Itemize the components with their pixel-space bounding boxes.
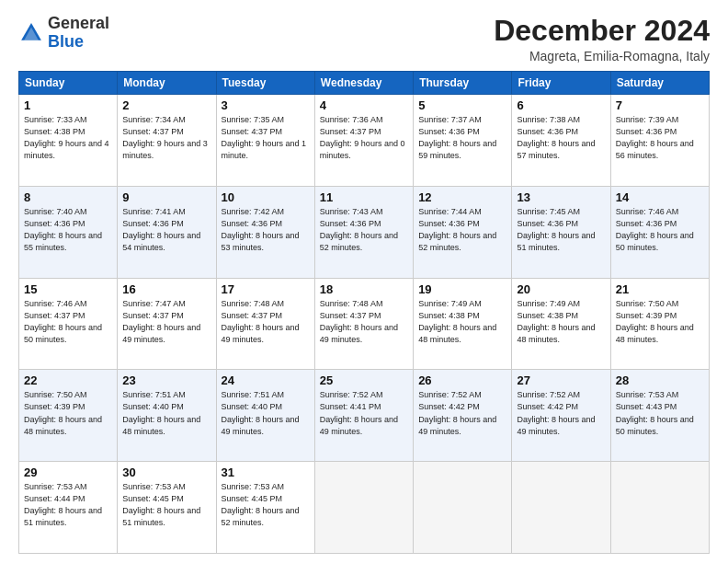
header-sunday: Sunday <box>19 72 118 95</box>
calendar-cell <box>610 462 709 554</box>
day-number: 7 <box>616 98 704 112</box>
header-thursday: Thursday <box>414 72 512 95</box>
logo-text: General Blue <box>48 15 109 52</box>
calendar-week-row: 1Sunrise: 7:33 AMSunset: 4:38 PMDaylight… <box>19 95 710 187</box>
day-number: 8 <box>24 190 112 204</box>
day-detail: Sunrise: 7:52 AMSunset: 4:42 PMDaylight:… <box>418 389 506 437</box>
day-detail: Sunrise: 7:38 AMSunset: 4:36 PMDaylight:… <box>517 114 605 162</box>
day-number: 21 <box>616 282 704 296</box>
header-saturday: Saturday <box>610 72 709 95</box>
logo-blue: Blue <box>48 32 84 51</box>
day-number: 28 <box>616 373 704 387</box>
day-detail: Sunrise: 7:48 AMSunset: 4:37 PMDaylight:… <box>320 298 408 346</box>
calendar-cell: 28Sunrise: 7:53 AMSunset: 4:43 PMDayligh… <box>610 370 709 462</box>
day-detail: Sunrise: 7:53 AMSunset: 4:43 PMDaylight:… <box>616 389 704 437</box>
calendar-cell <box>314 462 413 554</box>
day-number: 30 <box>122 465 210 479</box>
calendar-cell: 4Sunrise: 7:36 AMSunset: 4:37 PMDaylight… <box>314 95 413 187</box>
calendar-cell: 31Sunrise: 7:53 AMSunset: 4:45 PMDayligh… <box>216 462 314 554</box>
day-detail: Sunrise: 7:53 AMSunset: 4:45 PMDaylight:… <box>222 481 310 529</box>
calendar-cell: 6Sunrise: 7:38 AMSunset: 4:36 PMDaylight… <box>512 95 610 187</box>
day-detail: Sunrise: 7:53 AMSunset: 4:44 PMDaylight:… <box>24 481 112 529</box>
calendar-cell <box>414 462 512 554</box>
day-detail: Sunrise: 7:44 AMSunset: 4:36 PMDaylight:… <box>418 206 506 254</box>
day-number: 18 <box>320 282 408 296</box>
day-detail: Sunrise: 7:51 AMSunset: 4:40 PMDaylight:… <box>122 389 210 437</box>
calendar-week-row: 15Sunrise: 7:46 AMSunset: 4:37 PMDayligh… <box>19 278 710 370</box>
day-number: 11 <box>320 190 408 204</box>
calendar-cell: 24Sunrise: 7:51 AMSunset: 4:40 PMDayligh… <box>216 370 314 462</box>
day-number: 26 <box>418 373 506 387</box>
day-number: 3 <box>222 98 310 112</box>
day-detail: Sunrise: 7:47 AMSunset: 4:37 PMDaylight:… <box>122 298 210 346</box>
calendar-cell: 2Sunrise: 7:34 AMSunset: 4:37 PMDaylight… <box>118 95 216 187</box>
calendar-cell: 13Sunrise: 7:45 AMSunset: 4:36 PMDayligh… <box>512 186 610 278</box>
day-detail: Sunrise: 7:45 AMSunset: 4:36 PMDaylight:… <box>517 206 605 254</box>
calendar-week-row: 29Sunrise: 7:53 AMSunset: 4:44 PMDayligh… <box>19 462 710 554</box>
page: General Blue December 2024 Magreta, Emil… <box>0 0 728 563</box>
day-number: 9 <box>122 190 210 204</box>
day-number: 25 <box>320 373 408 387</box>
day-detail: Sunrise: 7:50 AMSunset: 4:39 PMDaylight:… <box>24 389 112 437</box>
day-number: 22 <box>24 373 112 387</box>
day-number: 23 <box>122 373 210 387</box>
day-number: 27 <box>517 373 605 387</box>
day-detail: Sunrise: 7:39 AMSunset: 4:36 PMDaylight:… <box>616 114 704 162</box>
calendar-cell <box>512 462 610 554</box>
day-detail: Sunrise: 7:35 AMSunset: 4:37 PMDaylight:… <box>222 114 310 162</box>
day-detail: Sunrise: 7:52 AMSunset: 4:42 PMDaylight:… <box>517 389 605 437</box>
calendar-cell: 11Sunrise: 7:43 AMSunset: 4:36 PMDayligh… <box>314 186 413 278</box>
calendar-cell: 30Sunrise: 7:53 AMSunset: 4:45 PMDayligh… <box>118 462 216 554</box>
day-number: 13 <box>517 190 605 204</box>
calendar-cell: 19Sunrise: 7:49 AMSunset: 4:38 PMDayligh… <box>414 278 512 370</box>
day-detail: Sunrise: 7:52 AMSunset: 4:41 PMDaylight:… <box>320 389 408 437</box>
calendar-cell: 26Sunrise: 7:52 AMSunset: 4:42 PMDayligh… <box>414 370 512 462</box>
day-number: 6 <box>517 98 605 112</box>
calendar-title: December 2024 <box>494 15 710 47</box>
day-number: 2 <box>122 98 210 112</box>
day-detail: Sunrise: 7:40 AMSunset: 4:36 PMDaylight:… <box>24 206 112 254</box>
day-detail: Sunrise: 7:46 AMSunset: 4:37 PMDaylight:… <box>24 298 112 346</box>
day-number: 20 <box>517 282 605 296</box>
day-detail: Sunrise: 7:50 AMSunset: 4:39 PMDaylight:… <box>616 298 704 346</box>
day-detail: Sunrise: 7:34 AMSunset: 4:37 PMDaylight:… <box>122 114 210 162</box>
calendar-subtitle: Magreta, Emilia-Romagna, Italy <box>494 49 710 63</box>
calendar-cell: 15Sunrise: 7:46 AMSunset: 4:37 PMDayligh… <box>19 278 118 370</box>
calendar-cell: 22Sunrise: 7:50 AMSunset: 4:39 PMDayligh… <box>19 370 118 462</box>
calendar-cell: 9Sunrise: 7:41 AMSunset: 4:36 PMDaylight… <box>118 186 216 278</box>
day-detail: Sunrise: 7:46 AMSunset: 4:36 PMDaylight:… <box>616 206 704 254</box>
title-block: December 2024 Magreta, Emilia-Romagna, I… <box>494 15 710 63</box>
calendar-week-row: 8Sunrise: 7:40 AMSunset: 4:36 PMDaylight… <box>19 186 710 278</box>
day-detail: Sunrise: 7:37 AMSunset: 4:36 PMDaylight:… <box>418 114 506 162</box>
day-number: 14 <box>616 190 704 204</box>
calendar-cell: 14Sunrise: 7:46 AMSunset: 4:36 PMDayligh… <box>610 186 709 278</box>
header-friday: Friday <box>512 72 610 95</box>
calendar-cell: 16Sunrise: 7:47 AMSunset: 4:37 PMDayligh… <box>118 278 216 370</box>
header-tuesday: Tuesday <box>216 72 314 95</box>
calendar-cell: 29Sunrise: 7:53 AMSunset: 4:44 PMDayligh… <box>19 462 118 554</box>
calendar-cell: 23Sunrise: 7:51 AMSunset: 4:40 PMDayligh… <box>118 370 216 462</box>
day-number: 16 <box>122 282 210 296</box>
calendar-cell: 20Sunrise: 7:49 AMSunset: 4:38 PMDayligh… <box>512 278 610 370</box>
calendar-cell: 1Sunrise: 7:33 AMSunset: 4:38 PMDaylight… <box>19 95 118 187</box>
calendar-table: Sunday Monday Tuesday Wednesday Thursday… <box>18 71 710 554</box>
calendar-cell: 7Sunrise: 7:39 AMSunset: 4:36 PMDaylight… <box>610 95 709 187</box>
calendar-cell: 8Sunrise: 7:40 AMSunset: 4:36 PMDaylight… <box>19 186 118 278</box>
calendar-header-row: Sunday Monday Tuesday Wednesday Thursday… <box>19 72 710 95</box>
day-number: 24 <box>222 373 310 387</box>
day-number: 5 <box>418 98 506 112</box>
day-detail: Sunrise: 7:51 AMSunset: 4:40 PMDaylight:… <box>222 389 310 437</box>
day-detail: Sunrise: 7:41 AMSunset: 4:36 PMDaylight:… <box>122 206 210 254</box>
day-detail: Sunrise: 7:53 AMSunset: 4:45 PMDaylight:… <box>122 481 210 529</box>
day-number: 15 <box>24 282 112 296</box>
day-detail: Sunrise: 7:49 AMSunset: 4:38 PMDaylight:… <box>418 298 506 346</box>
day-number: 31 <box>222 465 310 479</box>
calendar-cell: 18Sunrise: 7:48 AMSunset: 4:37 PMDayligh… <box>314 278 413 370</box>
logo: General Blue <box>18 15 109 52</box>
day-number: 17 <box>222 282 310 296</box>
header: General Blue December 2024 Magreta, Emil… <box>18 15 710 63</box>
day-number: 19 <box>418 282 506 296</box>
day-number: 29 <box>24 465 112 479</box>
logo-icon <box>18 20 44 46</box>
calendar-cell: 25Sunrise: 7:52 AMSunset: 4:41 PMDayligh… <box>314 370 413 462</box>
